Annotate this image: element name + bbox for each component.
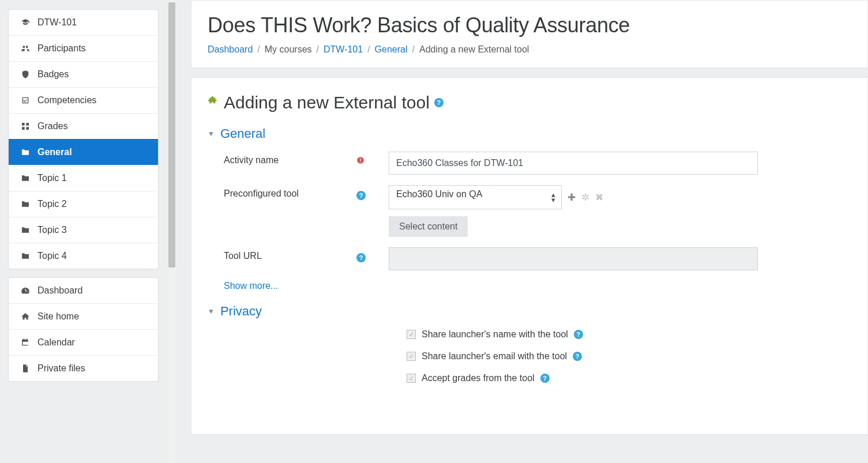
row-share-name: ✓ Share launcher's name with the tool ? [407, 329, 851, 340]
label-activity-name: Activity name [208, 152, 356, 165]
accept-grades-label: Accept grades from the tool [422, 373, 535, 383]
course-header-card: Does THIS Work? Basics of Quality Assura… [191, 0, 868, 68]
folder-icon [20, 251, 31, 261]
svg-rect-2 [360, 161, 360, 162]
help-icon[interactable]: ? [574, 330, 583, 339]
help-icon[interactable]: ? [540, 374, 550, 383]
select-caret-icon: ▴▾ [551, 193, 555, 202]
show-more-link[interactable]: Show more... [224, 281, 278, 291]
help-icon[interactable]: ? [356, 191, 366, 200]
grid-icon [20, 122, 31, 131]
label-preconfigured-tool: Preconfigured tool [208, 185, 356, 199]
sidebar-item-topic-2[interactable]: Topic 2 [9, 191, 158, 217]
sidebar-item-label: Site home [37, 311, 79, 322]
sidebar-item-badges[interactable]: Badges [9, 61, 158, 87]
graduation-cap-icon [20, 18, 31, 27]
section-general-title: General [220, 126, 265, 141]
users-icon [20, 44, 31, 53]
folder-icon [20, 148, 31, 157]
sidebar-item-participants[interactable]: Participants [9, 35, 158, 61]
required-icon [356, 156, 365, 166]
sidebar-item-dtw-101[interactable]: DTW-101 [9, 10, 158, 35]
breadcrumb-sep: / [412, 44, 415, 55]
accept-grades-checkbox[interactable]: ✓ [407, 374, 416, 383]
breadcrumb-dashboard[interactable]: Dashboard [208, 44, 253, 55]
sidebar-item-label: Calendar [37, 337, 75, 348]
sidebar-item-label: Competencies [37, 95, 96, 106]
tool-url-input[interactable] [389, 247, 758, 270]
breadcrumb: Dashboard / My courses / DTW-101 / Gener… [208, 44, 851, 55]
gear-icon[interactable]: ✲ [581, 191, 589, 204]
home-icon [20, 312, 31, 321]
breadcrumb-current: Adding a new External tool [419, 44, 529, 55]
sidebar-item-label: Participants [37, 43, 86, 54]
sidebar-item-topic-4[interactable]: Topic 4 [9, 243, 158, 269]
sidebar-item-general[interactable]: General [9, 139, 158, 165]
select-content-button[interactable]: Select content [389, 216, 468, 237]
sidebar-item-dashboard[interactable]: Dashboard [9, 278, 158, 303]
sidebar-item-label: Private files [37, 363, 85, 374]
sidebar-item-site-home[interactable]: Site home [9, 303, 158, 329]
share-email-checkbox[interactable]: ✓ [407, 352, 416, 361]
row-tool-url: Tool URL ? [208, 247, 851, 270]
help-icon[interactable]: ? [356, 253, 366, 262]
folder-icon [20, 225, 31, 235]
puzzle-icon [208, 95, 219, 110]
course-sidebar: DTW-101ParticipantsBadgesCompetenciesGra… [0, 0, 167, 463]
section-privacy-title: Privacy [220, 304, 262, 319]
site-nav-block: DashboardSite homeCalendarPrivate files [8, 277, 159, 382]
add-tool-icon[interactable]: ✚ [568, 191, 576, 204]
scrollbar-thumb[interactable] [168, 2, 175, 268]
share-name-label: Share launcher's name with the tool [422, 329, 568, 340]
row-accept-grades: ✓ Accept grades from the tool ? [407, 373, 851, 383]
breadcrumb-sep: / [367, 44, 370, 55]
sidebar-item-private-files[interactable]: Private files [9, 355, 158, 381]
sidebar-item-label: DTW-101 [37, 17, 77, 28]
activity-name-input[interactable] [389, 152, 758, 175]
help-icon[interactable]: ? [573, 352, 582, 361]
row-share-email: ✓ Share launcher's email with the tool ? [407, 351, 851, 362]
shield-icon [20, 70, 31, 79]
sidebar-item-topic-1[interactable]: Topic 1 [9, 165, 158, 191]
sidebar-item-label: Topic 4 [37, 251, 67, 261]
breadcrumb-sep: / [257, 44, 260, 55]
calendar-icon [20, 338, 31, 347]
form-heading-text: Adding a new External tool [224, 93, 430, 112]
sidebar-item-topic-3[interactable]: Topic 3 [9, 217, 158, 243]
share-email-label: Share launcher's email with the tool [422, 351, 567, 362]
sidebar-item-label: Grades [37, 121, 67, 131]
check-square-icon [20, 96, 31, 105]
share-name-checkbox[interactable]: ✓ [407, 330, 416, 339]
section-privacy-toggle[interactable]: ▼ Privacy [208, 304, 851, 319]
sidebar-item-label: Topic 2 [37, 199, 67, 209]
sidebar-scrollbar[interactable]: ▴ [167, 0, 179, 463]
caret-down-icon: ▼ [208, 307, 215, 315]
folder-icon [20, 199, 31, 209]
form-heading: Adding a new External tool ? [208, 93, 851, 112]
folder-icon [20, 174, 31, 183]
close-icon[interactable]: ✖ [595, 191, 603, 204]
course-title: Does THIS Work? Basics of Quality Assura… [208, 13, 851, 37]
sidebar-item-label: Badges [37, 69, 69, 80]
sidebar-item-label: Topic 1 [37, 173, 67, 183]
sidebar-item-calendar[interactable]: Calendar [9, 329, 158, 355]
sidebar-item-competencies[interactable]: Competencies [9, 87, 158, 113]
file-icon [20, 364, 31, 373]
label-tool-url: Tool URL [208, 247, 356, 261]
section-general-toggle[interactable]: ▼ General [208, 126, 851, 141]
preconfigured-tool-value: Echo360 Univ on QA [396, 189, 482, 199]
help-icon[interactable]: ? [434, 98, 444, 107]
form-card: Adding a new External tool ? ▼ General A… [191, 77, 868, 435]
caret-down-icon: ▼ [208, 130, 215, 138]
preconfigured-tool-select[interactable]: Echo360 Univ on QA ▴▾ [389, 185, 562, 209]
sidebar-item-label: Dashboard [37, 285, 82, 296]
breadcrumb-course[interactable]: DTW-101 [324, 44, 363, 55]
svg-rect-1 [360, 159, 360, 161]
sidebar-item-label: Topic 3 [37, 225, 67, 235]
sidebar-item-grades[interactable]: Grades [9, 113, 158, 139]
sidebar-item-label: General [37, 147, 72, 157]
main-content: Does THIS Work? Basics of Quality Assura… [179, 0, 868, 463]
breadcrumb-sep: / [317, 44, 319, 55]
tachometer-icon [20, 286, 31, 295]
breadcrumb-section[interactable]: General [375, 44, 408, 55]
